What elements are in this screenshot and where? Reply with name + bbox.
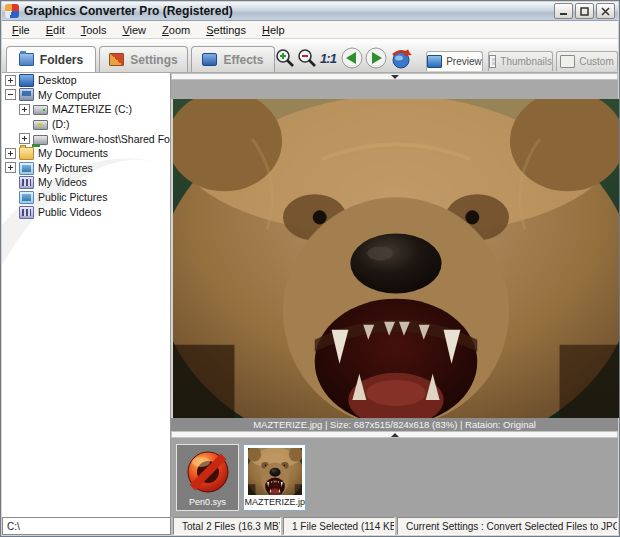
previous-image-button[interactable] xyxy=(341,47,363,69)
menu-bar: File Edit Tools View Zoom Settings Help xyxy=(2,21,618,39)
toolbar: Folders Settings Effects 1:1 xyxy=(2,39,618,73)
tab-settings-label: Settings xyxy=(130,53,177,67)
tree-item-my-computer[interactable]: My Computer xyxy=(2,88,170,103)
tree-item-drive-c[interactable]: MAZTERIZE (C:) xyxy=(2,102,170,117)
settings-icon xyxy=(109,53,124,66)
preview-icon xyxy=(427,55,442,68)
preview-background xyxy=(171,80,618,99)
preview-splitter-top[interactable] xyxy=(171,73,618,80)
tab-folders[interactable]: Folders xyxy=(6,46,96,72)
tree-item-drive-d[interactable]: (D:) xyxy=(2,117,170,132)
effects-icon xyxy=(202,53,217,66)
actual-size-button[interactable]: 1:1 xyxy=(317,47,339,69)
expand-minus-icon[interactable] xyxy=(5,89,16,100)
folder-icon xyxy=(19,147,34,160)
menu-settings[interactable]: Settings xyxy=(200,22,256,38)
tree-item-public-pictures[interactable]: Public Pictures xyxy=(2,190,170,205)
close-icon xyxy=(601,7,610,16)
tab-effects-label: Effects xyxy=(223,53,263,67)
menu-zoom[interactable]: Zoom xyxy=(156,22,200,38)
maximize-button[interactable] xyxy=(575,3,594,19)
preview-splitter-bottom[interactable] xyxy=(171,431,618,438)
bear-image xyxy=(173,99,619,418)
tree-item-my-pictures[interactable]: My Pictures xyxy=(2,161,170,176)
tab-custom[interactable]: Custom xyxy=(556,51,618,71)
cd-drive-icon xyxy=(33,120,48,130)
folder-tree: Desktop My Computer MAZTERIZE (C:) (D:) … xyxy=(2,73,171,517)
next-arrow-icon xyxy=(365,47,387,69)
bear-thumbnail-image xyxy=(248,448,302,495)
thumbnails-icon xyxy=(489,55,496,68)
tree-item-desktop[interactable]: Desktop xyxy=(2,73,170,88)
current-path-field[interactable]: C:\ xyxy=(2,517,171,535)
thumbnail-label: Pen0.sys xyxy=(189,497,226,507)
title-bar: Graphics Converter Pro (Registered) xyxy=(2,2,618,21)
close-button[interactable] xyxy=(596,3,615,19)
menu-tools[interactable]: Tools xyxy=(75,22,117,38)
window-title: Graphics Converter Pro (Registered) xyxy=(24,4,233,18)
tab-thumbnails[interactable]: Thumbnails xyxy=(488,51,553,71)
computer-icon xyxy=(19,88,34,101)
desktop-icon xyxy=(19,74,34,87)
thumbnail-label: MAZTERIZE.jpg xyxy=(245,497,305,507)
app-icon xyxy=(5,4,19,18)
status-bar: C:\ Total 2 Files (16.3 MB) 1 File Selec… xyxy=(2,517,618,535)
tab-preview-label: Preview xyxy=(446,56,482,67)
menu-view[interactable]: View xyxy=(116,22,156,38)
pictures-folder-icon xyxy=(19,191,34,204)
zoom-out-icon xyxy=(296,48,316,68)
minimize-icon xyxy=(559,7,568,16)
tree-item-my-documents[interactable]: My Documents xyxy=(2,146,170,161)
convert-icon xyxy=(390,47,412,69)
pictures-folder-icon xyxy=(19,162,34,175)
expand-plus-icon[interactable] xyxy=(19,133,30,144)
zoom-in-icon xyxy=(274,48,294,68)
thumbnail-mazterize-jpg[interactable]: MAZTERIZE.jpg xyxy=(243,444,306,511)
collapse-down-icon xyxy=(391,75,399,79)
videos-folder-icon xyxy=(19,176,34,189)
maximize-icon xyxy=(580,7,589,16)
convert-button[interactable] xyxy=(390,47,412,69)
drive-icon xyxy=(33,105,48,115)
zoom-in-button[interactable] xyxy=(273,47,295,69)
expand-plus-icon[interactable] xyxy=(5,162,16,173)
tab-custom-label: Custom xyxy=(579,56,613,67)
minimize-button[interactable] xyxy=(554,3,573,19)
collapse-up-icon xyxy=(391,433,399,437)
blocked-file-icon xyxy=(181,448,235,495)
thumbnail-pen0-sys[interactable]: Pen0.sys xyxy=(176,444,239,511)
network-drive-icon xyxy=(33,135,48,145)
tab-preview[interactable]: Preview xyxy=(426,51,483,71)
thumbnail-strip: Pen0.sys MAZTERIZE.jpg xyxy=(171,438,618,517)
next-image-button[interactable] xyxy=(365,47,387,69)
status-total-files: Total 2 Files (16.3 MB) xyxy=(173,517,281,535)
tree-item-my-videos[interactable]: My Videos xyxy=(2,175,170,190)
menu-help[interactable]: Help xyxy=(256,22,295,38)
videos-folder-icon xyxy=(19,206,34,219)
expand-plus-icon[interactable] xyxy=(5,148,16,159)
image-info-caption: MAZTERIZE.jpg | Size: 687x515/824x618 (8… xyxy=(171,418,618,431)
status-selected-files: 1 File Selected (114 KB) xyxy=(283,517,395,535)
previous-arrow-icon xyxy=(341,47,363,69)
tab-folders-label: Folders xyxy=(40,53,83,67)
folder-icon xyxy=(19,53,34,66)
custom-icon xyxy=(560,55,575,68)
menu-edit[interactable]: Edit xyxy=(40,22,75,38)
tab-thumbnails-label: Thumbnails xyxy=(500,56,552,67)
tab-effects[interactable]: Effects xyxy=(191,46,275,72)
zoom-out-button[interactable] xyxy=(295,47,317,69)
tree-item-public-videos[interactable]: Public Videos xyxy=(2,204,170,219)
menu-file[interactable]: File xyxy=(6,22,40,38)
tab-settings[interactable]: Settings xyxy=(99,46,188,72)
expand-plus-icon[interactable] xyxy=(19,104,30,115)
status-current-settings: Current Settings : Convert Selected File… xyxy=(397,517,618,535)
preview-image[interactable] xyxy=(173,99,619,418)
tree-item-shared-folders[interactable]: \\vmware-host\Shared Folders (Z:) xyxy=(2,131,170,146)
expand-plus-icon[interactable] xyxy=(5,75,16,86)
app-window: Graphics Converter Pro (Registered) File… xyxy=(0,0,620,537)
